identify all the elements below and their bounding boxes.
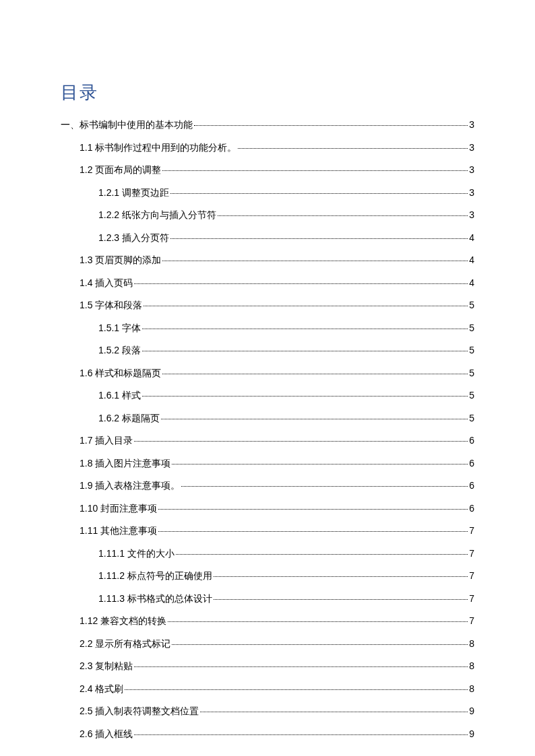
toc-entry[interactable]: 1.5 字体和段落5 (61, 300, 474, 312)
toc-entry[interactable]: 1.11.1 文件的大小7 (61, 548, 474, 560)
toc-dots (162, 261, 468, 261)
toc-entry-page: 8 (469, 638, 474, 649)
toc-entry[interactable]: 2.3 复制粘贴8 (61, 660, 474, 673)
toc-dots (170, 238, 468, 239)
toc-entry-label: 1.12 兼容文档的转换 (80, 615, 166, 627)
toc-entry[interactable]: 1.1 标书制作过程中用到的功能分析。3 (61, 142, 474, 154)
toc-entry-page: 6 (469, 435, 474, 446)
toc-entry-label: 1.1 标书制作过程中用到的功能分析。 (80, 142, 237, 154)
toc-entry[interactable]: 1.8 插入图片注意事项6 (61, 458, 474, 470)
toc-dots (181, 486, 468, 487)
toc-entry[interactable]: 1.2.3 插入分页符4 (61, 232, 474, 244)
toc-dots (194, 125, 468, 126)
toc-entry-page: 5 (469, 345, 474, 355)
toc-entry-page: 6 (469, 503, 474, 514)
toc-dots (134, 666, 468, 667)
toc-entry-page: 4 (469, 254, 474, 265)
toc-entry-page: 6 (469, 458, 474, 469)
toc-entry-page: 7 (469, 525, 474, 536)
toc-entry[interactable]: 1.7 插入目录6 (61, 435, 474, 447)
toc-entry[interactable]: 1.10 封面注意事项6 (61, 503, 474, 515)
toc-entry[interactable]: 1.11.3 标书格式的总体设计7 (61, 593, 474, 605)
toc-entry-label: 1.10 封面注意事项 (80, 503, 157, 515)
toc-dots (142, 351, 468, 351)
toc-entry[interactable]: 1.5.1 字体5 (61, 322, 474, 335)
toc-entry[interactable]: 1.9 插入表格注意事项。6 (61, 480, 474, 492)
toc-dots (125, 689, 468, 690)
toc-dots (162, 374, 468, 374)
toc-entry-label: 1.3 页眉页脚的添加 (80, 254, 161, 267)
toc-dots (162, 170, 468, 171)
toc-entry-label: 1.5.2 段落 (98, 345, 141, 357)
toc-entry-page: 4 (469, 277, 474, 288)
toc-entry-label: 2.5 插入制表符调整文档位置 (80, 706, 199, 718)
toc-entry-label: 1.5.1 字体 (98, 322, 141, 335)
toc-entry[interactable]: 1.3 页眉页脚的添加4 (61, 254, 474, 267)
toc-entry[interactable]: 一、标书编制中使用的基本功能3 (61, 119, 474, 131)
toc-entry-label: 1.6 样式和标题隔页 (80, 368, 161, 380)
toc-entry-label: 一、标书编制中使用的基本功能 (61, 119, 193, 131)
toc-entry-page: 3 (469, 209, 474, 220)
toc-entry[interactable]: 1.2 页面布局的调整3 (61, 164, 474, 176)
toc-entry-label: 1.7 插入目录 (80, 435, 133, 447)
toc-dots (158, 509, 468, 510)
toc-entry-label: 1.5 字体和段落 (80, 300, 142, 312)
toc-entry-label: 2.2 显示所有格式标记 (80, 638, 170, 650)
toc-dots (158, 531, 468, 532)
toc-entry-page: 9 (469, 706, 474, 716)
toc-title: 目录 (61, 81, 474, 104)
toc-entry[interactable]: 2.4 格式刷8 (61, 683, 474, 695)
toc-entry-label: 1.2.2 纸张方向与插入分节符 (98, 209, 216, 221)
toc-entry-page: 5 (469, 300, 474, 310)
toc-entry-page: 3 (469, 164, 474, 175)
toc-dots (142, 329, 468, 329)
toc-entry-page: 7 (469, 548, 474, 559)
toc-dots (134, 734, 468, 735)
toc-entry[interactable]: 1.6.2 标题隔页5 (61, 413, 474, 425)
toc-entry-page: 7 (469, 615, 474, 626)
toc-entry-page: 5 (469, 322, 474, 333)
toc-entry[interactable]: 1.11 其他注意事项7 (61, 525, 474, 537)
toc-entry-label: 2.4 格式刷 (80, 683, 123, 695)
toc-entry[interactable]: 1.2.2 纸张方向与插入分节符3 (61, 209, 474, 221)
toc-entry-page: 8 (469, 683, 474, 694)
toc-entry-page: 5 (469, 390, 474, 401)
toc-dots (134, 441, 468, 442)
toc-entry[interactable]: 1.4 插入页码4 (61, 277, 474, 289)
toc-entry-label: 1.2.1 调整页边距 (98, 187, 169, 199)
toc-entry-label: 1.2.3 插入分页符 (98, 232, 169, 244)
toc-entry-page: 7 (469, 570, 474, 581)
toc-dots (134, 283, 468, 284)
toc-entry[interactable]: 1.11.2 标点符号的正确使用7 (61, 570, 474, 582)
toc-entry[interactable]: 1.2.1 调整页边距3 (61, 187, 474, 199)
toc-entry-page: 9 (469, 728, 474, 739)
toc-dots (172, 464, 468, 465)
toc-dots (168, 621, 468, 622)
toc-dots (238, 148, 468, 149)
toc-dots (161, 419, 468, 419)
toc-entry-page: 5 (469, 368, 474, 378)
toc-dots (142, 396, 468, 397)
toc-dots (176, 554, 468, 555)
toc-entry[interactable]: 2.6 插入框线9 (61, 728, 474, 741)
toc-dots (200, 712, 468, 712)
toc-entry-label: 1.6.1 样式 (98, 390, 141, 402)
toc-entry[interactable]: 1.12 兼容文档的转换7 (61, 615, 474, 627)
toc-entry-label: 1.11.1 文件的大小 (98, 548, 175, 560)
toc-entry-page: 4 (469, 232, 474, 243)
toc-entry[interactable]: 1.6 样式和标题隔页5 (61, 368, 474, 380)
toc-entry[interactable]: 2.5 插入制表符调整文档位置9 (61, 706, 474, 718)
toc-entry-label: 2.6 插入框线 (80, 728, 133, 741)
toc-dots (214, 576, 468, 577)
toc-entry-label: 2.3 复制粘贴 (80, 660, 133, 673)
toc-entry-page: 3 (469, 119, 474, 130)
toc-entry[interactable]: 1.5.2 段落5 (61, 345, 474, 357)
toc-entry-label: 1.11.3 标书格式的总体设计 (98, 593, 212, 605)
toc-entry-label: 1.8 插入图片注意事项 (80, 458, 170, 470)
toc-dots (172, 644, 468, 645)
toc-entry-label: 1.9 插入表格注意事项。 (80, 480, 180, 492)
toc-entry[interactable]: 2.2 显示所有格式标记8 (61, 638, 474, 650)
toc-entry[interactable]: 1.6.1 样式5 (61, 390, 474, 402)
toc-dots (170, 193, 468, 194)
toc-list: 一、标书编制中使用的基本功能31.1 标书制作过程中用到的功能分析。31.2 页… (61, 119, 474, 741)
